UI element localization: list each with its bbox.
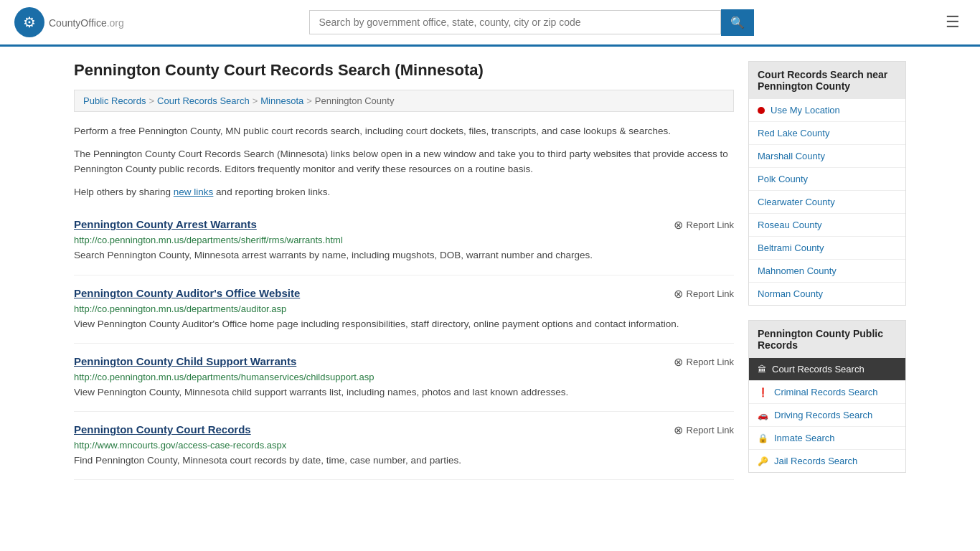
main-content: Pennington County Court Records Search (… [74,61,734,487]
records-item-link[interactable]: Inmate Search [774,433,835,443]
records-item-link[interactable]: Court Records Search [772,364,864,375]
result-item: Pennington County Arrest Warrants ⊗ Repo… [74,207,734,275]
nearby-county-link[interactable]: Roseau County [758,220,822,230]
records-item[interactable]: 🚗 Driving Records Search [749,404,905,427]
result-desc: View Pennington County, Minnesota child … [74,385,734,400]
nearby-item[interactable]: Clearwater County [749,191,905,214]
records-item[interactable]: 🔑 Jail Records Search [749,450,905,472]
logo-icon: ⚙ [14,7,44,37]
description-p1: Perform a free Pennington County, MN pub… [74,123,734,139]
nearby-county-link[interactable]: Beltrami County [758,242,824,253]
search-input[interactable] [309,10,721,34]
nearby-item[interactable]: Norman County [749,283,905,305]
records-item-link[interactable]: Criminal Records Search [774,387,878,397]
nearby-item[interactable]: Marshall County [749,145,905,168]
records-item[interactable]: 🏛 Court Records Search [749,358,905,381]
report-link[interactable]: ⊗ Report Link [674,287,734,301]
nearby-item[interactable]: Mahnomen County [749,260,905,283]
nearby-item[interactable]: Red Lake County [749,122,905,145]
report-link[interactable]: ⊗ Report Link [674,355,734,369]
nearby-list: Use My LocationRed Lake CountyMarshall C… [748,99,906,306]
nearby-item[interactable]: Use My Location [749,99,905,122]
nearby-county-link[interactable]: Mahnomen County [758,265,837,276]
menu-button[interactable]: ☰ [940,10,966,34]
logo-area: ⚙ CountyOffice.org [14,7,124,37]
site-header: ⚙ CountyOffice.org 🔍 ☰ [0,0,980,47]
report-link[interactable]: ⊗ Report Link [674,218,734,232]
main-container: Pennington County Court Records Search (… [60,47,920,501]
report-label: Report Link [687,220,734,230]
report-icon: ⊗ [674,355,683,369]
nearby-item[interactable]: Polk County [749,168,905,191]
records-item-icon: 🔑 [758,456,768,466]
result-header: Pennington County Child Support Warrants… [74,355,734,369]
nearby-section: Court Records Search near Pennington Cou… [748,61,906,306]
breadcrumb-pennington-county: Pennington County [315,95,395,106]
result-title[interactable]: Pennington County Auditor's Office Websi… [74,287,300,299]
nearby-county-link[interactable]: Polk County [758,174,808,184]
nearby-county-link[interactable]: Marshall County [758,151,825,161]
report-icon: ⊗ [674,218,683,232]
result-url[interactable]: http://co.pennington.mn.us/departments/s… [74,235,734,245]
records-item-link[interactable]: Jail Records Search [774,456,857,466]
breadcrumb-minnesota[interactable]: Minnesota [260,95,303,106]
report-link[interactable]: ⊗ Report Link [674,423,734,437]
records-item[interactable]: ❗ Criminal Records Search [749,381,905,404]
records-item[interactable]: 🔒 Inmate Search [749,427,905,450]
breadcrumb-court-records-search[interactable]: Court Records Search [157,95,250,106]
nearby-county-link[interactable]: Clearwater County [758,197,835,207]
results-list: Pennington County Arrest Warrants ⊗ Repo… [74,207,734,480]
records-item-icon: ❗ [758,387,768,397]
description-p2: The Pennington County Court Records Sear… [74,146,734,177]
result-desc: Find Pennington County, Minnesota court … [74,453,734,468]
description-p3: Help others by sharing new links and rep… [74,184,734,200]
records-title: Pennington County Public Records [748,320,906,358]
report-icon: ⊗ [674,287,683,301]
search-area: 🔍 [309,9,754,36]
report-label: Report Link [687,288,734,299]
result-header: Pennington County Court Records ⊗ Report… [74,423,734,437]
location-dot-icon [758,107,765,114]
nearby-item[interactable]: Beltrami County [749,237,905,260]
logo-text: CountyOffice.org [49,15,124,30]
use-my-location-link[interactable]: Use My Location [771,105,840,116]
report-label: Report Link [687,425,734,435]
breadcrumb: Public Records > Court Records Search > … [74,90,734,112]
breadcrumb-public-records[interactable]: Public Records [83,95,146,106]
records-list: 🏛 Court Records Search ❗ Criminal Record… [748,358,906,473]
result-url[interactable]: http://www.mncourts.gov/access-case-reco… [74,440,734,451]
result-desc: View Pennington County Auditor's Office … [74,317,734,331]
report-label: Report Link [687,357,734,367]
records-item-icon: 🏛 [758,364,766,375]
report-icon: ⊗ [674,423,683,437]
records-item-link[interactable]: Driving Records Search [774,410,872,420]
result-item: Pennington County Auditor's Office Websi… [74,276,734,344]
nearby-county-link[interactable]: Red Lake County [758,128,829,138]
page-title: Pennington County Court Records Search (… [74,61,734,80]
result-url[interactable]: http://co.pennington.mn.us/departments/h… [74,372,734,382]
records-section: Pennington County Public Records 🏛 Court… [748,320,906,473]
sidebar: Court Records Search near Pennington Cou… [748,61,906,487]
records-item-icon: 🚗 [758,410,768,420]
result-desc: Search Pennington County, Minnesota arre… [74,248,734,263]
result-title[interactable]: Pennington County Court Records [74,423,251,435]
result-item: Pennington County Court Records ⊗ Report… [74,412,734,480]
search-button[interactable]: 🔍 [721,9,754,36]
result-header: Pennington County Arrest Warrants ⊗ Repo… [74,218,734,232]
result-title[interactable]: Pennington County Child Support Warrants [74,355,296,367]
result-url[interactable]: http://co.pennington.mn.us/departments/a… [74,303,734,314]
result-title[interactable]: Pennington County Arrest Warrants [74,218,257,230]
nearby-title: Court Records Search near Pennington Cou… [748,61,906,99]
records-item-icon: 🔒 [758,433,768,443]
result-header: Pennington County Auditor's Office Websi… [74,287,734,301]
result-item: Pennington County Child Support Warrants… [74,344,734,412]
nearby-item[interactable]: Roseau County [749,214,905,237]
new-links-link[interactable]: new links [174,187,214,197]
nearby-county-link[interactable]: Norman County [758,288,823,299]
